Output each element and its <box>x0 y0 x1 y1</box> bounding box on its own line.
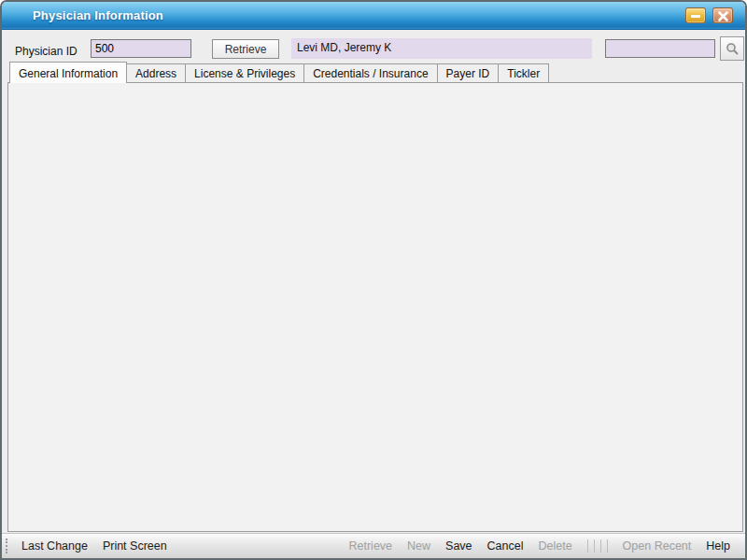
minimize-icon <box>691 15 700 18</box>
close-icon <box>717 10 729 22</box>
tab-credentials-insurance[interactable]: Credentials / Insurance <box>304 63 437 83</box>
window-title: Physician Information <box>33 8 163 22</box>
help-button[interactable]: Help <box>698 539 738 553</box>
cancel-button[interactable]: Cancel <box>480 539 531 553</box>
lookup-input[interactable] <box>605 39 715 58</box>
tab-page-general <box>7 82 743 532</box>
tab-strip: General Information Address License & Pr… <box>9 62 738 83</box>
titlebar: Physician Information <box>2 2 745 30</box>
print-screen-button[interactable]: Print Screen <box>95 539 175 553</box>
minimize-button[interactable] <box>685 7 706 23</box>
physician-information-window: Physician Information Physician ID Retri… <box>0 0 747 560</box>
tab-payer-id[interactable]: Payer ID <box>438 63 500 83</box>
physician-name-display: Levi MD, Jeremy K <box>291 38 592 59</box>
bottom-toolbar: Last Change Print Screen Retrieve New Sa… <box>2 533 745 558</box>
new-button: New <box>400 539 438 553</box>
toolbar-separator <box>587 539 608 553</box>
physician-id-input[interactable] <box>91 39 191 58</box>
delete-button: Delete <box>530 539 579 553</box>
close-button[interactable] <box>712 7 733 23</box>
header-row: Physician ID Retrieve Levi MD, Jeremy K <box>2 30 745 62</box>
search-icon <box>726 42 740 56</box>
tab-tickler[interactable]: Tickler <box>499 63 549 83</box>
toolbar-right-group: Retrieve New Save Cancel Delete Open Rec… <box>341 539 745 553</box>
tab-address[interactable]: Address <box>127 63 186 83</box>
tab-general-information[interactable]: General Information <box>9 62 127 83</box>
search-button[interactable] <box>720 36 744 61</box>
save-button[interactable]: Save <box>438 539 480 553</box>
tab-license-privileges[interactable]: License & Privileges <box>186 63 304 83</box>
retrieve-button[interactable]: Retrieve <box>212 39 279 59</box>
physician-id-label: Physician ID <box>15 45 78 58</box>
toolbar-grip-icon <box>6 539 8 553</box>
retrieve-toolbar-button: Retrieve <box>341 539 400 553</box>
open-recent-button: Open Recent <box>615 539 699 553</box>
last-change-button[interactable]: Last Change <box>14 539 95 553</box>
